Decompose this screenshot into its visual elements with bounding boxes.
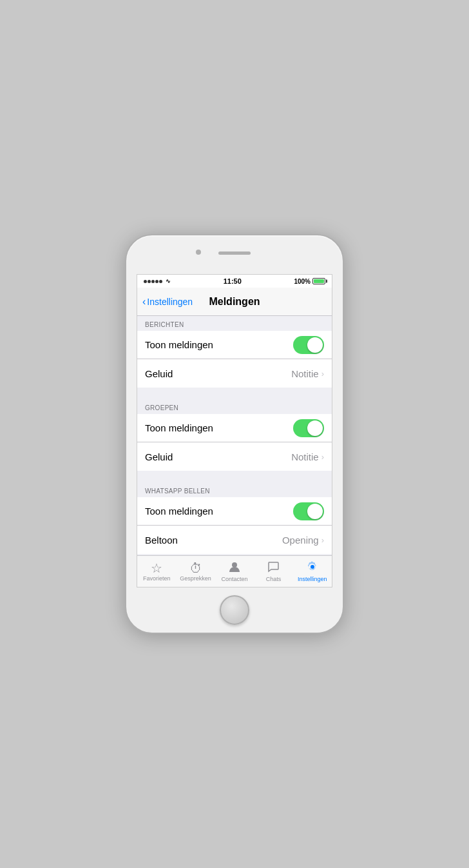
phone-device: ∿ 11:50 100% ‹ Instellingen Meldingen BE… [125,234,344,634]
tab-favorieten[interactable]: ☆ Favorieten [137,556,176,587]
chevron-right-icon-g: › [321,452,324,462]
toon-meldingen-groepen-row: Toon meldingen [137,414,332,442]
favorieten-icon: ☆ [151,562,162,575]
section-header-groepen: GROEPEN [137,399,332,414]
geluid-berichten-text: Notitie [291,368,319,379]
beltoon-value: Opening › [282,535,324,546]
section-header-bellen: WHATSAPP BELLEN [137,482,332,497]
geluid-berichten-value: Notitie › [291,368,324,379]
dot-4 [155,280,158,283]
toon-meldingen-groepen-label: Toon meldingen [145,422,213,433]
toon-meldingen-berichten-label: Toon meldingen [145,339,213,350]
dot-5 [159,280,162,283]
instellingen-icon [306,560,319,575]
beltoon-label: Beltoon [145,535,178,546]
tab-contacten[interactable]: Contacten [215,556,254,587]
speaker [218,252,251,255]
home-button[interactable] [220,595,249,625]
phone-screen: ∿ 11:50 100% ‹ Instellingen Meldingen BE… [137,274,332,587]
geluid-berichten-row[interactable]: Geluid Notitie › [137,359,332,388]
spacer-1 [137,388,332,399]
toon-meldingen-bellen-label: Toon meldingen [145,506,213,517]
geluid-groepen-value: Notitie › [291,451,324,462]
signal-dots [144,280,162,283]
settings-content: BERICHTEN Toon meldingen Geluid Notitie … [137,316,332,555]
chats-label: Chats [266,576,282,582]
toon-meldingen-bellen-toggle[interactable] [293,502,324,520]
chevron-right-icon: › [321,369,324,379]
back-button[interactable]: ‹ Instellingen [142,296,193,308]
geluid-groepen-text: Notitie [291,451,319,462]
toggle-thumb-bellen [307,504,323,519]
berichten-group: Toon meldingen Geluid Notitie › [137,331,332,388]
toon-meldingen-groepen-toggle[interactable] [293,419,324,437]
beltoon-row[interactable]: Beltoon Opening › [137,526,332,554]
geluid-berichten-label: Geluid [145,368,173,379]
bellen-group: Toon meldingen Beltoon Opening › [137,497,332,554]
battery-icon [312,278,325,284]
page-title: Meldingen [209,296,260,308]
chevron-right-icon-b: › [321,535,324,545]
contacten-label: Contacten [222,576,248,582]
favorieten-label: Favorieten [143,575,171,582]
status-left: ∿ [144,278,171,284]
status-right: 100% [294,278,325,285]
front-camera [196,250,201,255]
status-bar: ∿ 11:50 100% [137,275,332,288]
battery-fill [314,279,324,283]
toggle-thumb [307,337,323,353]
dot-2 [148,280,151,283]
battery-percent: 100% [294,278,311,285]
contacten-icon [228,560,241,575]
section-header-berichten: BERICHTEN [137,316,332,331]
tab-chats[interactable]: Chats [254,556,292,587]
toon-meldingen-berichten-toggle[interactable] [293,336,324,354]
status-time: 11:50 [224,277,242,285]
tab-bar: ☆ Favorieten ⏱ Gesprekken Contacten [137,555,332,587]
beltoon-text: Opening [282,535,319,546]
groepen-group: Toon meldingen Geluid Notitie › [137,414,332,471]
gesprekken-label: Gesprekken [180,575,211,582]
dot-3 [151,280,155,283]
toon-meldingen-berichten-row: Toon meldingen [137,331,332,359]
instellingen-label: Instellingen [298,576,327,582]
geluid-groepen-row[interactable]: Geluid Notitie › [137,442,332,471]
tab-gesprekken[interactable]: ⏱ Gesprekken [176,556,215,587]
dot-1 [144,280,147,283]
nav-bar: ‹ Instellingen Meldingen [137,288,332,316]
toggle-thumb-groepen [307,420,323,436]
svg-point-0 [232,562,237,567]
geluid-groepen-label: Geluid [145,451,173,462]
toon-meldingen-bellen-row: Toon meldingen [137,497,332,526]
chats-icon [267,560,280,575]
phone-bottom [126,587,343,633]
back-label: Instellingen [147,297,193,307]
back-chevron-icon: ‹ [142,296,146,308]
spacer-2 [137,471,332,482]
wifi-icon: ∿ [166,278,171,284]
phone-top [126,235,343,274]
gesprekken-icon: ⏱ [189,562,202,575]
tab-instellingen[interactable]: Instellingen [293,556,332,587]
